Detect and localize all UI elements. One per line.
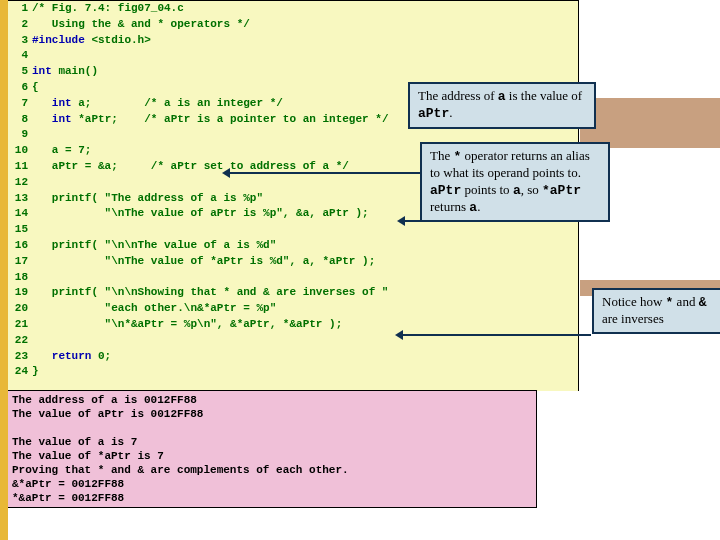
line-number: 5: [8, 64, 32, 80]
code-text: "each other.\n&*aPtr = %p": [32, 301, 578, 317]
code-text: "\nThe value of *aPtr is %d", a, *aPtr )…: [32, 254, 578, 270]
program-output: The address of a is 0012FF88 The value o…: [8, 390, 537, 508]
code-text: }: [32, 364, 578, 380]
code-text: #include <stdio.h>: [32, 33, 578, 49]
line-number: 18: [8, 270, 32, 286]
code-line: 20 "each other.\n&*aPtr = %p": [8, 301, 578, 317]
code-line: 2 Using the & and * operators */: [8, 17, 578, 33]
line-number: 9: [8, 127, 32, 143]
output-line: &*aPtr = 0012FF88: [12, 477, 532, 491]
code-text: "\n*&aPtr = %p\n", &*aPtr, *&aPtr );: [32, 317, 578, 333]
line-number: 6: [8, 80, 32, 96]
code-line: 9: [8, 127, 578, 143]
line-number: 11: [8, 159, 32, 175]
code-text: [32, 127, 578, 143]
code-text: Using the & and * operators */: [32, 17, 578, 33]
line-number: 16: [8, 238, 32, 254]
line-number: 21: [8, 317, 32, 333]
line-number: 23: [8, 349, 32, 365]
code-line: 4: [8, 48, 578, 64]
code-text: [32, 270, 578, 286]
line-number: 13: [8, 191, 32, 207]
line-number: 3: [8, 33, 32, 49]
code-text: int main(): [32, 64, 578, 80]
callout-deref: The * operator returns an alias to what …: [420, 142, 610, 222]
code-line: 17 "\nThe value of *aPtr is %d", a, *aPt…: [8, 254, 578, 270]
line-number: 1: [8, 1, 32, 17]
left-accent-bar: [0, 0, 8, 540]
code-line: 5int main(): [8, 64, 578, 80]
output-line: The value of *aPtr is 7: [12, 449, 532, 463]
callout-inverses: Notice how * and & are inverses: [592, 288, 720, 334]
output-line: The address of a is 0012FF88: [12, 393, 532, 407]
code-line: 1/* Fig. 7.4: fig07_04.c: [8, 1, 578, 17]
line-number: 14: [8, 206, 32, 222]
line-number: 2: [8, 17, 32, 33]
code-line: 19 printf( "\n\nShowing that * and & are…: [8, 285, 578, 301]
arrow-2: [400, 220, 420, 222]
line-number: 19: [8, 285, 32, 301]
line-number: 10: [8, 143, 32, 159]
line-number: 8: [8, 112, 32, 128]
code-text: printf( "\n\nShowing that * and & are in…: [32, 285, 578, 301]
code-line: 16 printf( "\n\nThe value of a is %d": [8, 238, 578, 254]
line-number: 4: [8, 48, 32, 64]
arrow-1: [225, 172, 420, 174]
line-number: 7: [8, 96, 32, 112]
code-text: /* Fig. 7.4: fig07_04.c: [32, 1, 578, 17]
code-text: printf( "\n\nThe value of a is %d": [32, 238, 578, 254]
callout-address: The address of a is the value of aPtr.: [408, 82, 596, 129]
line-number: 20: [8, 301, 32, 317]
line-number: 17: [8, 254, 32, 270]
code-text: [32, 222, 578, 238]
code-line: 18: [8, 270, 578, 286]
output-line: The value of aPtr is 0012FF88: [12, 407, 532, 421]
code-line: 21 "\n*&aPtr = %p\n", &*aPtr, *&aPtr );: [8, 317, 578, 333]
line-number: 15: [8, 222, 32, 238]
decor-strip-1: [580, 98, 720, 148]
code-line: 24}: [8, 364, 578, 380]
output-line: [12, 421, 532, 435]
output-line: *&aPtr = 0012FF88: [12, 491, 532, 505]
code-line: 23 return 0;: [8, 349, 578, 365]
code-text: [32, 48, 578, 64]
output-line: The value of a is 7: [12, 435, 532, 449]
line-number: 24: [8, 364, 32, 380]
output-line: Proving that * and & are complements of …: [12, 463, 532, 477]
code-line: 3#include <stdio.h>: [8, 33, 578, 49]
line-number: 22: [8, 333, 32, 349]
code-line: 15: [8, 222, 578, 238]
code-text: return 0;: [32, 349, 578, 365]
arrow-3: [398, 334, 591, 336]
line-number: 12: [8, 175, 32, 191]
